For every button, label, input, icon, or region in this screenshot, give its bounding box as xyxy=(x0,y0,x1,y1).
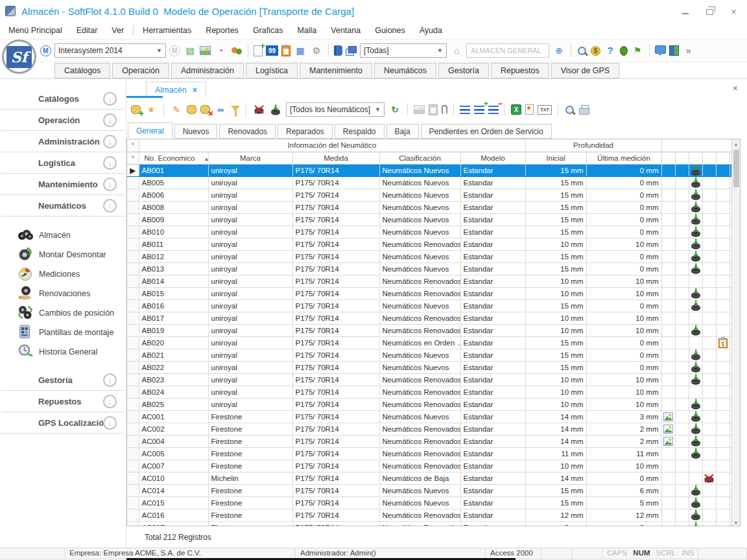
attachment-paperclip-icon[interactable] xyxy=(442,105,447,114)
sidebar-group-neum-ticos[interactable]: Neumáticos↑ xyxy=(1,195,124,216)
module-tab-visor-de-gps[interactable]: Visor de GPS xyxy=(551,63,620,78)
scroll-down-icon[interactable]: ▼ xyxy=(732,518,740,526)
sidebar-item-plantillas-de-montaje[interactable]: Plantillas de montaje xyxy=(18,323,126,342)
module-tab-gestor-a[interactable]: Gestoría xyxy=(438,63,489,78)
menu-item-graficas[interactable]: Graficas xyxy=(246,23,290,38)
document-tab-almacen[interactable]: Almacén × xyxy=(146,82,206,97)
scroll-up-icon[interactable]: ▲ xyxy=(732,139,740,148)
menu-item-ver[interactable]: Ver xyxy=(104,23,131,38)
column-header--ltima-medici-n[interactable]: Última medición xyxy=(586,152,661,164)
clipboard-icon[interactable] xyxy=(281,45,290,56)
category-tab-respaldo[interactable]: Respaldo xyxy=(335,124,385,139)
bug-icon[interactable] xyxy=(620,46,628,56)
settings-gear-icon[interactable]: ⚙ xyxy=(310,44,323,57)
grid-row[interactable]: AB009uniroyalP175/ 70R14Neumáticos Nuevo… xyxy=(127,213,732,226)
column-header-no-economico[interactable]: No. Economico▲ xyxy=(139,152,208,164)
find-binoculars-icon[interactable]: ∞ xyxy=(214,103,227,116)
module-tab-neum-ticos[interactable]: Neumáticos xyxy=(374,63,436,78)
clipboard-disabled-icon[interactable] xyxy=(429,104,438,115)
grid-row[interactable]: AB012uniroyalP175/ 70R14Neumáticos Nuevo… xyxy=(127,250,732,262)
restore-button-icon[interactable] xyxy=(706,9,713,15)
flag-icon[interactable]: ⚑ xyxy=(631,44,644,57)
tab-close-icon[interactable]: × xyxy=(193,86,197,95)
add-record-icon[interactable] xyxy=(131,105,141,114)
cascade-windows-icon[interactable] xyxy=(346,46,357,56)
exit-door-icon[interactable] xyxy=(669,45,679,56)
new-document-icon[interactable] xyxy=(254,45,263,56)
menu-item-malla[interactable]: Malla xyxy=(290,23,324,38)
grid-row[interactable]: AB015uniroyalP175/ 70R14Neumáticos Renov… xyxy=(127,287,732,299)
chat-icon[interactable] xyxy=(655,45,666,54)
collapse-groups-icon[interactable] xyxy=(488,106,499,114)
filter-funnel-icon[interactable] xyxy=(231,106,240,111)
archive-icon[interactable]: ▤ xyxy=(184,44,196,57)
warehouse-search-input[interactable] xyxy=(466,43,549,58)
sidebar-item-historia-general[interactable]: Historia General xyxy=(18,342,126,362)
category-tab-pendientes-en-orden-de-servicio[interactable]: Pendientes en Orden de Servicio xyxy=(421,124,552,139)
column-header-marca[interactable]: Marca xyxy=(208,152,292,164)
module-tab-cat-logos[interactable]: Catálogos xyxy=(54,63,110,78)
group-list-icon[interactable] xyxy=(460,106,470,114)
menu-item-herramientas[interactable]: Herramientas xyxy=(136,23,198,38)
column-header-medida[interactable]: Medida xyxy=(292,152,379,164)
sidebar-item-mediciones[interactable]: Mediciones xyxy=(18,264,126,284)
grid-row[interactable]: AB024uniroyalP175/ 70R14Neumáticos Renov… xyxy=(127,386,732,398)
sidebar-group-logistica[interactable]: Logistica↓ xyxy=(1,152,124,174)
print-preview-icon[interactable] xyxy=(564,104,575,115)
edit-record-icon[interactable]: ✎ xyxy=(170,103,183,116)
gauge-icon[interactable]: ◔ xyxy=(214,44,227,57)
expand-circle-icon[interactable]: ↓ xyxy=(103,135,117,148)
users-icon[interactable] xyxy=(230,45,243,56)
globe-icon[interactable]: ⊕ xyxy=(552,44,565,57)
module-tab-mantenimiento[interactable]: Mantenimiento xyxy=(300,63,372,78)
category-tab-general[interactable]: General xyxy=(128,122,172,139)
grid-window-icon[interactable]: ▦ xyxy=(294,44,307,57)
grid-row[interactable]: AB022uniroyalP175/ 70R14Neumáticos Nuevo… xyxy=(127,361,732,373)
sidebar-item-almac-n[interactable]: Almacén xyxy=(18,226,126,245)
expand-circle-icon[interactable]: ↓ xyxy=(103,113,117,127)
grid-row[interactable]: AB010uniroyalP175/ 70R14Neumáticos Nuevo… xyxy=(127,226,732,238)
column-header-inicial[interactable]: Inicial xyxy=(525,152,586,164)
vertical-scrollbar[interactable]: ▲ ▼ xyxy=(731,139,740,526)
expand-circle-icon[interactable]: ↓ xyxy=(103,416,117,430)
grid-row[interactable]: AB020uniroyalP175/ 70R14Neumáticos en Or… xyxy=(127,336,732,349)
category-tab-reparados[interactable]: Reparados xyxy=(278,124,333,139)
sidebar-item-cambios-de-posici-n[interactable]: Cambios de posición xyxy=(18,303,126,323)
grid-row[interactable]: AB006uniroyalP175/ 70R14Neumáticos Nuevo… xyxy=(127,189,732,201)
menu-item-men-principal[interactable]: Menú Principal xyxy=(1,23,69,38)
grid-row[interactable]: AC004FirestoneP175/ 70R14Neumáticos Reno… xyxy=(127,435,732,447)
menu-item-ventana[interactable]: Ventana xyxy=(324,23,368,38)
sidebar-item-montar-desmontar[interactable]: Montar Desmontar xyxy=(18,245,126,264)
export-report-icon[interactable] xyxy=(525,104,534,115)
wizard-icon[interactable]: ★ xyxy=(145,103,158,116)
sidebar-group-mantenimiento[interactable]: Mantenimiento↓ xyxy=(1,174,124,195)
expand-circle-icon[interactable]: ↓ xyxy=(103,92,117,106)
expand-circle-icon[interactable]: ↓ xyxy=(103,156,117,170)
grid-row[interactable]: AB023uniroyalP175/ 70R14Neumáticos Renov… xyxy=(127,373,732,386)
expand-circle-icon[interactable]: ↓ xyxy=(103,395,117,408)
refresh-icon[interactable]: ↻ xyxy=(388,103,401,116)
database-icon[interactable] xyxy=(187,105,196,114)
grid-row[interactable]: AC015FirestoneP175/ 70R14Neumáticos Nuev… xyxy=(127,496,732,509)
module-tab-administraci-n[interactable]: Administración xyxy=(171,63,244,78)
m-workspace-icon[interactable]: M xyxy=(40,45,51,56)
menu-item-reportes[interactable]: Reportes xyxy=(198,23,246,38)
help-icon[interactable]: ? xyxy=(604,44,617,57)
menu-item-ayuda[interactable]: Ayuda xyxy=(412,23,449,38)
notebook-icon[interactable] xyxy=(334,45,342,56)
category-tab-nuevos[interactable]: Nuevos xyxy=(174,124,218,139)
toolbar-overflow-icon[interactable]: » xyxy=(682,44,695,57)
sidebar-item-renovaciones[interactable]: Renovaciones xyxy=(18,284,126,303)
minimize-button-icon[interactable] xyxy=(682,13,689,14)
grid-row[interactable]: AC016FirestoneP175/ 70R14Neumáticos Reno… xyxy=(127,509,732,521)
grid-row[interactable]: AC001FirestoneP175/ 70R14Neumáticos Nuev… xyxy=(127,410,732,423)
expand-circle-icon[interactable]: ↓ xyxy=(103,178,117,191)
dismount-tire-icon[interactable] xyxy=(252,103,265,116)
sidebar-group-gps-localizaci-n[interactable]: GPS Localización↓ xyxy=(1,412,124,434)
export-excel-icon[interactable]: X xyxy=(511,104,521,115)
image-icon[interactable] xyxy=(200,46,211,55)
grid-row[interactable]: AB014uniroyalP175/ 70R14Neumáticos Renov… xyxy=(127,275,732,287)
currency-icon[interactable]: $ xyxy=(591,46,600,56)
panel-close-icon[interactable]: × xyxy=(733,84,738,93)
column-header-clasificaci-n[interactable]: Clasificación xyxy=(379,152,460,164)
